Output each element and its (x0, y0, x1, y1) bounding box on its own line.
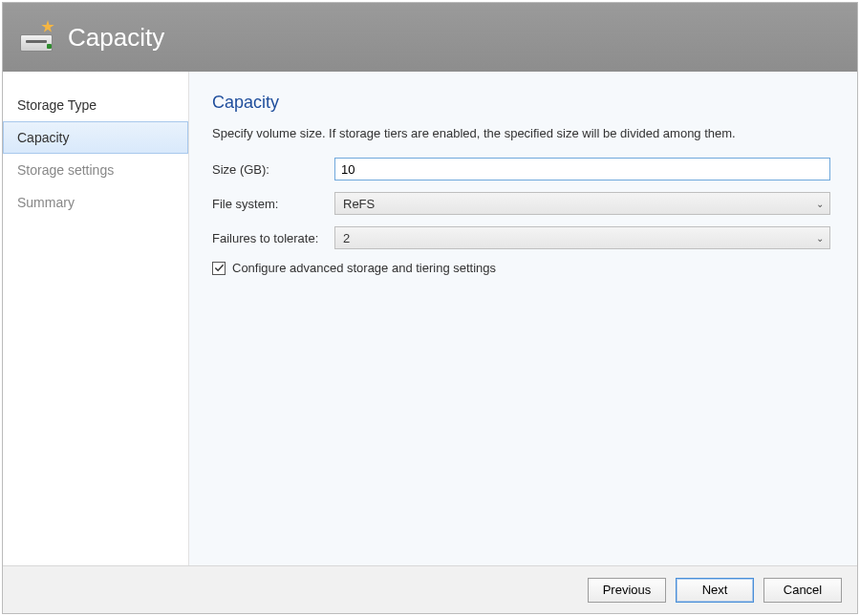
cancel-button[interactable]: Cancel (763, 578, 842, 603)
wizard-sidebar: Storage Type Capacity Storage settings S… (3, 72, 189, 565)
file-system-value: ReFS (343, 197, 375, 211)
sidebar-item-label: Capacity (17, 130, 69, 145)
sidebar-item-label: Storage Type (17, 97, 97, 113)
sidebar-item-storage-type[interactable]: Storage Type (3, 89, 188, 121)
sidebar-item-summary[interactable]: Summary (3, 186, 188, 219)
failures-value: 2 (343, 231, 350, 245)
previous-button[interactable]: Previous (588, 578, 666, 603)
file-system-label: File system: (212, 197, 334, 211)
wizard-dialog: Capacity Storage Type Capacity Storage s… (2, 2, 858, 614)
sidebar-item-capacity[interactable]: Capacity (3, 121, 188, 154)
wizard-header-title: Capacity (68, 23, 164, 53)
wizard-footer: Previous Next Cancel (3, 565, 857, 613)
failures-label: Failures to tolerate: (212, 231, 334, 245)
size-label: Size (GB): (212, 162, 334, 177)
wizard-main: Capacity Specify volume size. If storage… (189, 72, 857, 565)
chevron-down-icon: ⌄ (816, 199, 824, 209)
file-system-select[interactable]: ReFS ⌄ (334, 192, 830, 215)
advanced-label[interactable]: Configure advanced storage and tiering s… (232, 261, 496, 275)
row-failures: Failures to tolerate: 2 ⌄ (212, 226, 830, 249)
sidebar-item-label: Storage settings (17, 162, 114, 178)
sidebar-item-storage-settings[interactable]: Storage settings (3, 154, 188, 186)
capacity-drive-icon (20, 23, 54, 52)
row-file-system: File system: ReFS ⌄ (212, 192, 830, 215)
failures-select[interactable]: 2 ⌄ (334, 226, 830, 249)
row-advanced: Configure advanced storage and tiering s… (212, 261, 830, 275)
page-description: Specify volume size. If storage tiers ar… (212, 126, 830, 140)
page-title: Capacity (212, 93, 830, 113)
wizard-body: Storage Type Capacity Storage settings S… (3, 72, 857, 565)
sidebar-item-label: Summary (17, 195, 75, 210)
wizard-header: Capacity (3, 3, 857, 72)
size-input[interactable] (334, 158, 830, 181)
advanced-checkbox[interactable] (212, 262, 226, 275)
chevron-down-icon: ⌄ (816, 233, 824, 244)
next-button[interactable]: Next (676, 578, 754, 603)
checkmark-icon (214, 263, 225, 273)
row-size: Size (GB): (212, 158, 830, 181)
